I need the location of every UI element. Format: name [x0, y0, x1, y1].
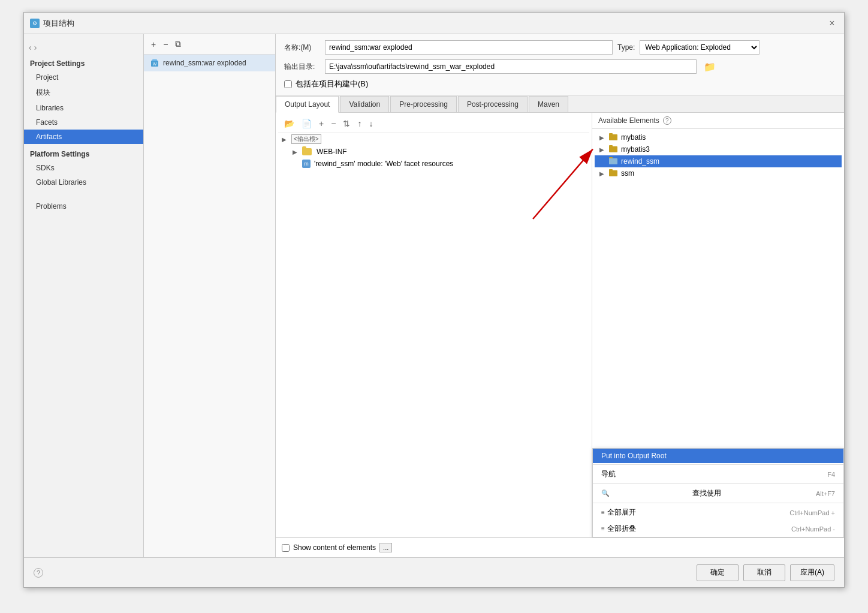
output-remove-btn[interactable]: − — [328, 118, 338, 130]
title-bar: ⚙ 项目结构 × — [24, 13, 844, 34]
output-up-btn[interactable]: ↑ — [355, 118, 364, 130]
app-icon: ⚙ — [30, 19, 40, 28]
available-elements-label: Available Elements — [598, 116, 659, 125]
context-menu-expand-shortcut: Ctrl+NumPad + — [789, 509, 835, 516]
available-elements-panel: Available Elements ? ▶ mybatis ▶ mybatis… — [592, 113, 844, 537]
context-menu-find-usage[interactable]: 🔍 查找使用 Alt+F7 — [593, 485, 843, 501]
window-title: 项目结构 — [43, 18, 74, 29]
context-menu-collapse-label: 全部折叠 — [607, 524, 636, 534]
platform-settings-label: Platform Settings — [24, 144, 143, 161]
tabs-row: Output Layout Validation Pre-processing … — [276, 96, 844, 113]
context-menu-sep1 — [593, 464, 843, 465]
output-file-btn[interactable]: 📄 — [299, 118, 314, 130]
type-select[interactable]: Web Application: Exploded — [640, 40, 760, 55]
context-menu-sep3 — [593, 503, 843, 503]
output-down-btn[interactable]: ↓ — [366, 118, 375, 130]
name-label: 名称:(M) — [284, 43, 320, 53]
available-list: ▶ mybatis ▶ mybatis3 rewind_ssm — [592, 129, 844, 448]
main-header: 名称:(M) Type: Web Application: Exploded 输… — [276, 34, 844, 96]
type-label: Type: — [617, 43, 635, 52]
show-content-checkbox[interactable] — [282, 544, 290, 552]
title-bar-left: ⚙ 项目结构 — [30, 18, 74, 29]
folder-icon-ssm — [609, 170, 617, 176]
avail-item-rewind-ssm[interactable]: rewind_ssm — [595, 155, 842, 167]
browse-button[interactable]: 📁 — [704, 61, 716, 73]
avail-arrow-mybatis3: ▶ — [599, 146, 607, 153]
output-add-btn[interactable]: + — [317, 118, 326, 130]
avail-item-mybatis3[interactable]: ▶ mybatis3 — [595, 143, 842, 155]
apply-button[interactable]: 应用(A) — [790, 564, 834, 581]
tree-item-rewind-module[interactable]: ▶ m 'rewind_ssm' module: 'Web' facet res… — [278, 158, 589, 170]
tree-item-web-inf[interactable]: ▶ WEB-INF — [278, 146, 589, 158]
tree-arrow-web-inf: ▶ — [293, 149, 300, 155]
sidebar-item-modules[interactable]: 模块 — [24, 85, 143, 101]
help-icon[interactable]: ? — [663, 116, 671, 125]
svg-rect-1 — [152, 59, 157, 61]
include-in-build-row: 包括在项目构建中(B) — [284, 79, 836, 89]
tree-item-web-inf-label: WEB-INF — [317, 148, 347, 156]
bottom-left: ? — [34, 568, 43, 578]
forward-button[interactable]: › — [34, 43, 37, 52]
artifact-list-item-label: rewind_ssm:war exploded — [163, 59, 246, 67]
tab-output-layout[interactable]: Output Layout — [276, 96, 339, 113]
avail-arrow-ssm: ▶ — [599, 170, 607, 177]
context-menu-find-usage-label: 查找使用 — [692, 488, 721, 498]
include-in-build-label: 包括在项目构建中(B) — [296, 79, 368, 89]
sidebar-item-libraries[interactable]: Libraries — [24, 101, 143, 115]
sidebar-item-project[interactable]: Project — [24, 70, 143, 85]
available-header: Available Elements ? — [592, 113, 844, 129]
module-icon-rewind: m — [302, 160, 311, 168]
sidebar-item-global-libraries[interactable]: Global Libraries — [24, 175, 143, 190]
cancel-button[interactable]: 取消 — [743, 564, 785, 581]
context-menu-find-usage-shortcut: Alt+F7 — [816, 490, 835, 497]
tab-validation[interactable]: Validation — [340, 96, 389, 112]
context-menu: Put into Output Root 导航 F4 🔍 查找使用 Alt+F7 — [592, 448, 844, 537]
back-button[interactable]: ‹ — [29, 43, 32, 52]
tab-post-processing[interactable]: Post-processing — [458, 96, 528, 112]
context-menu-navigate-shortcut: F4 — [827, 471, 835, 478]
sidebar-item-facets[interactable]: Facets — [24, 115, 143, 130]
tree-item-output-root[interactable]: ▶ <输出根> — [278, 133, 589, 146]
artifacts-list-panel: + − ⧉ W rewind_ssm:war exploded — [144, 34, 276, 557]
more-button[interactable]: ... — [379, 543, 392, 552]
context-menu-navigate-label: 导航 — [601, 469, 616, 479]
sidebar-item-sdks[interactable]: SDKs — [24, 161, 143, 175]
context-menu-put-into-output-root[interactable]: Put into Output Root — [593, 449, 843, 463]
output-sort-btn[interactable]: ⇅ — [340, 118, 352, 130]
copy-artifact-button[interactable]: ⧉ — [173, 38, 183, 50]
remove-artifact-button[interactable]: − — [161, 38, 170, 50]
bottom-right: 确定 取消 应用(A) — [697, 564, 834, 581]
main-content: 名称:(M) Type: Web Application: Exploded 输… — [276, 34, 844, 557]
avail-item-ssm[interactable]: ▶ ssm — [595, 167, 842, 179]
output-dir-input[interactable] — [325, 59, 697, 74]
folder-icon-mybatis3 — [609, 146, 617, 152]
avail-item-ssm-label: ssm — [621, 169, 634, 178]
include-in-build-checkbox[interactable] — [284, 80, 292, 88]
avail-item-rewind-ssm-label: rewind_ssm — [621, 157, 659, 166]
folder-icon-rewind-ssm — [609, 158, 617, 164]
output-folder-btn[interactable]: 📂 — [282, 118, 297, 130]
sidebar: ‹ › Project Settings Project 模块 Librarie… — [24, 34, 144, 557]
avail-item-mybatis[interactable]: ▶ mybatis — [595, 131, 842, 143]
context-menu-expand-all[interactable]: ≡ 全部展开 Ctrl+NumPad + — [593, 504, 843, 521]
window-body: ‹ › Project Settings Project 模块 Librarie… — [24, 34, 844, 557]
context-menu-navigate[interactable]: 导航 F4 — [593, 466, 843, 482]
add-artifact-button[interactable]: + — [149, 38, 158, 50]
context-menu-put-label: Put into Output Root — [601, 452, 667, 460]
folder-icon-mybatis — [609, 134, 617, 140]
artifact-list-item[interactable]: W rewind_ssm:war exploded — [144, 55, 275, 71]
folder-icon-web-inf — [302, 148, 312, 155]
help-button[interactable]: ? — [34, 568, 43, 578]
avail-item-mybatis-label: mybatis — [621, 133, 646, 142]
main-body: 📂 📄 + − ⇅ ↑ ↓ ▶ <输出根> ▶ — [276, 113, 844, 537]
sidebar-item-artifacts[interactable]: Artifacts — [24, 130, 143, 144]
sidebar-item-problems[interactable]: Problems — [24, 199, 143, 214]
context-menu-collapse-all[interactable]: ≡ 全部折叠 Ctrl+NumPad - — [593, 521, 843, 537]
tab-pre-processing[interactable]: Pre-processing — [390, 96, 457, 112]
name-input[interactable] — [325, 40, 613, 55]
output-toolbar: 📂 📄 + − ⇅ ↑ ↓ — [278, 115, 589, 133]
close-button[interactable]: × — [826, 17, 838, 29]
context-menu-expand-label: 全部展开 — [607, 507, 636, 518]
tab-maven[interactable]: Maven — [529, 96, 568, 112]
ok-button[interactable]: 确定 — [697, 564, 739, 581]
